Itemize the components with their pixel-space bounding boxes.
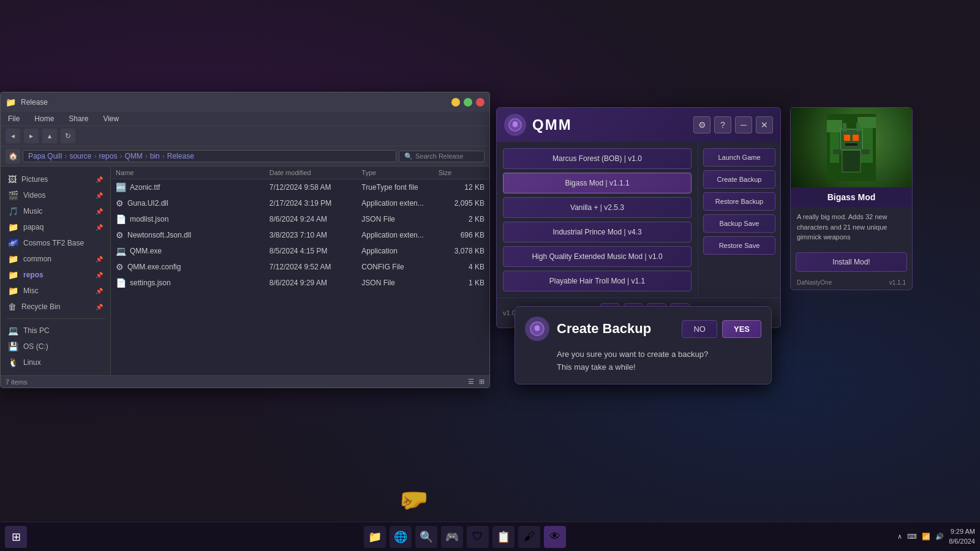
taskbar-search[interactable]: 🔍 xyxy=(415,526,437,548)
breadcrumb-papaQuill[interactable]: Papa Quill xyxy=(28,152,62,160)
file-name: QMM.exe.config xyxy=(127,263,181,271)
breadcrumb-bin[interactable]: bin xyxy=(150,152,160,160)
sidebar-item-repos[interactable]: 📁 repos 📌 xyxy=(1,267,110,283)
qmm-close-btn[interactable]: ✕ xyxy=(756,116,773,133)
install-mod-button[interactable]: Install Mod! xyxy=(796,252,907,272)
minimize-button[interactable] xyxy=(451,98,460,107)
sidebar-item-cosmos[interactable]: 🌌 Cosmos TF2 Base xyxy=(1,235,110,251)
breadcrumb-source[interactable]: source xyxy=(69,152,91,160)
sidebar-item-label: papaq xyxy=(23,223,43,231)
breadcrumb[interactable]: Papa Quill › source › repos › QMM › bin … xyxy=(23,150,396,162)
svg-rect-7 xyxy=(840,129,862,150)
sidebar-item-linux[interactable]: 🐧 Linux xyxy=(1,354,110,370)
menu-share[interactable]: Share xyxy=(61,112,96,126)
back-button[interactable]: ◂ xyxy=(6,129,20,143)
breadcrumb-release[interactable]: Release xyxy=(167,152,194,160)
breadcrumb-qmm[interactable]: QMM xyxy=(124,152,142,160)
restore-save-btn[interactable]: Restore Save xyxy=(703,236,775,255)
linux-icon: 🐧 xyxy=(8,358,18,367)
taskbar-game[interactable]: 🎮 xyxy=(441,526,463,548)
sidebar-item-misc[interactable]: 📁 Misc 📌 xyxy=(1,283,110,299)
forward-button[interactable]: ▸ xyxy=(24,129,39,143)
list-view-btn[interactable]: ☰ xyxy=(468,378,474,386)
file-name: Guna.UI2.dll xyxy=(127,199,168,208)
sidebar-item-common[interactable]: 📁 common 📌 xyxy=(1,251,110,267)
mod-marcus-forest[interactable]: Marcus Forest (BOB) | v1.0 xyxy=(503,148,692,169)
file-type: TrueType font file xyxy=(361,183,438,192)
mod-industrial-prince[interactable]: Industrial Prince Mod | v4.3 xyxy=(503,222,692,242)
sidebar-item-label: This PC xyxy=(23,326,50,335)
taskbar-qmm-app[interactable]: 👁 xyxy=(544,526,566,548)
qmm-settings-btn[interactable]: ⚙ xyxy=(693,116,710,133)
sidebar-item-papaq[interactable]: 📁 papaq 📌 xyxy=(1,219,110,235)
svg-rect-13 xyxy=(833,149,842,154)
file-date: 7/12/2024 9:58 AM xyxy=(270,183,362,192)
taskbar-file-manager[interactable]: 📁 xyxy=(364,526,386,548)
mod-bigass[interactable]: Bigass Mod | v1.1.1 xyxy=(503,173,692,193)
time-display: 9:29 AM xyxy=(949,527,975,536)
desktop-character-sprite: 🤜 xyxy=(398,485,429,514)
launch-game-btn[interactable]: Launch Game xyxy=(703,148,775,167)
sidebar-item-os-c[interactable]: 💾 OS (C:) xyxy=(1,339,110,354)
qmm-minimize-btn[interactable]: ─ xyxy=(735,116,752,133)
search-box[interactable]: 🔍 Search Release xyxy=(399,151,484,162)
pictures-icon: 🖼 xyxy=(8,174,17,184)
taskbar-browser[interactable]: 🌐 xyxy=(390,526,412,548)
breadcrumb-repos[interactable]: repos xyxy=(99,152,117,160)
tray-expand[interactable]: ∧ xyxy=(897,533,902,541)
taskbar-shield[interactable]: 🛡 xyxy=(467,526,489,548)
backup-yes-button[interactable]: YES xyxy=(722,320,761,338)
file-type: Application xyxy=(361,247,438,255)
taskbar-tray: ∧ ⌨ 📶 🔊 9:29 AM 8/6/2024 xyxy=(897,527,975,546)
table-row[interactable]: 🔤 Azonic.ttf 7/12/2024 9:58 AM TrueType … xyxy=(111,179,489,195)
close-button[interactable] xyxy=(476,98,484,107)
refresh-button[interactable]: ↻ xyxy=(61,129,75,143)
create-backup-btn[interactable]: Create Backup xyxy=(703,170,775,189)
restore-backup-btn[interactable]: Restore Backup xyxy=(703,192,775,211)
taskbar: ⊞ 📁 🌐 🔍 🎮 🛡 📋 🖌 👁 ∧ ⌨ 📶 🔊 9:29 AM 8/6/20… xyxy=(0,522,980,551)
file-type-icon: ⚙ xyxy=(116,230,124,240)
col-name[interactable]: Name xyxy=(116,169,270,176)
mod-vanilla-plus[interactable]: Vanilla + | v2.5.3 xyxy=(503,197,692,218)
table-row[interactable]: 📄 settings.json 8/6/2024 9:29 AM JSON Fi… xyxy=(111,275,489,291)
svg-rect-9 xyxy=(853,135,859,141)
mod-hq-music[interactable]: High Quality Extended Music Mod | v1.0 xyxy=(503,246,692,267)
mod-hair-troll[interactable]: Playable Hair Troll Mod | v1.1 xyxy=(503,271,692,291)
table-row[interactable]: 💻 QMM.exe 8/5/2024 4:15 PM Application 3… xyxy=(111,243,489,259)
backup-no-button[interactable]: NO xyxy=(682,320,717,338)
col-size[interactable]: Size xyxy=(439,169,484,176)
sidebar-item-recycle-bin[interactable]: 🗑 Recycle Bin 📌 xyxy=(1,299,110,315)
qmm-window: QMM ⚙ ? ─ ✕ Marcus Forest (BOB) | v1.0 B… xyxy=(496,107,781,328)
up-button[interactable]: ▴ xyxy=(42,129,57,143)
menu-view[interactable]: View xyxy=(96,112,126,126)
taskbar-paint[interactable]: 🖌 xyxy=(518,526,540,548)
sidebar-item-this-pc[interactable]: 💻 This PC xyxy=(1,323,110,339)
table-row[interactable]: ⚙ QMM.exe.config 7/12/2024 9:52 AM CONFI… xyxy=(111,259,489,275)
menu-file[interactable]: File xyxy=(1,112,27,126)
grid-view-btn[interactable]: ⊞ xyxy=(479,378,484,386)
folder-home-btn[interactable]: 🏠 xyxy=(6,149,20,163)
table-row[interactable]: ⚙ Newtonsoft.Json.dll 3/8/2023 7:10 AM A… xyxy=(111,227,489,243)
sidebar-item-videos[interactable]: 🎬 Videos 📌 xyxy=(1,187,110,203)
file-type: Application exten... xyxy=(361,199,438,208)
status-bar: 7 items ☰ ⊞ xyxy=(1,375,489,388)
maximize-button[interactable] xyxy=(464,98,472,107)
taskbar-time[interactable]: 9:29 AM 8/6/2024 xyxy=(949,527,975,546)
menu-home[interactable]: Home xyxy=(27,112,61,126)
col-type[interactable]: Type xyxy=(361,169,438,176)
file-name: modlist.json xyxy=(130,215,168,223)
table-row[interactable]: 📄 modlist.json 8/6/2024 9:24 AM JSON Fil… xyxy=(111,211,489,227)
sidebar-item-pictures[interactable]: 🖼 Pictures 📌 xyxy=(1,171,110,187)
backup-save-btn[interactable]: Backup Save xyxy=(703,214,775,233)
qmm-help-btn[interactable]: ? xyxy=(714,116,731,133)
papaq-folder-icon: 📁 xyxy=(8,222,18,232)
qmm-logo xyxy=(504,114,526,136)
file-name: QMM.exe xyxy=(130,247,162,255)
start-button[interactable]: ⊞ xyxy=(5,526,27,548)
sidebar-item-music[interactable]: 🎵 Music 📌 xyxy=(1,203,110,219)
taskbar-notes[interactable]: 📋 xyxy=(492,526,514,548)
table-row[interactable]: ⚙ Guna.UI2.dll 2/17/2024 3:19 PM Applica… xyxy=(111,195,489,211)
file-size: 3,078 KB xyxy=(439,247,484,255)
file-date: 8/6/2024 9:24 AM xyxy=(270,215,362,223)
col-date[interactable]: Date modified xyxy=(270,169,362,176)
